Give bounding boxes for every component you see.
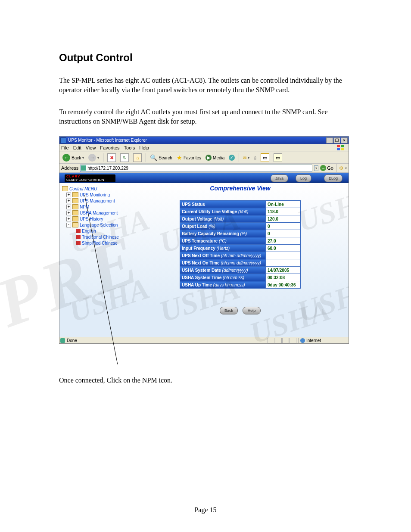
expand-icon[interactable]: - [66,223,71,227]
table-row: UPS Next Off Time (hh:mm dd/mm/yyyy) [180,252,301,259]
java-button[interactable]: Java [271,174,288,182]
table-key: USHA System Date (dd/mm/yyyy) [180,267,266,274]
expand-icon[interactable]: + [66,193,71,197]
table-key: UPS Next Off Time (hh:mm dd/mm/yyyy) [180,252,266,259]
folder-icon [72,198,78,203]
table-key: Current Utility Line Voltage (Volt) [180,208,266,215]
ie-icon [60,137,66,143]
help-pill-button[interactable]: Help [243,307,261,314]
tree-item-3[interactable]: +USHA Management [62,210,130,216]
menu-favorites[interactable]: Favorites [100,145,119,150]
edit-button[interactable]: ▭ [259,153,271,162]
intro-paragraph-1: The SP-MPL series has eight AC outlets (… [59,76,353,94]
table-key: Battery Capacity Remaining (%) [180,230,266,237]
links-button[interactable]: ⚙ [339,165,343,171]
status-table: UPS StatusOn-LineCurrent Utility Line Vo… [180,200,301,289]
tree-lang-1[interactable]: Traditional Chinese [62,234,130,240]
tree-item-5[interactable]: -Language Selection [62,222,130,228]
flag-icon [76,241,81,245]
expand-icon[interactable]: + [66,205,71,209]
tree-item-0[interactable]: +UPS Monitoring [62,192,130,198]
folder-icon [72,204,78,209]
brand-logo: CLARY CLARY CORPORATION [65,174,115,182]
print-button[interactable]: ⎙ [252,153,258,162]
folder-open-icon [62,186,68,191]
menu-help[interactable]: Help [139,145,149,150]
home-button[interactable]: ⌂ [132,153,143,162]
browser-screenshot: UPS Monitor - Microsoft Internet Explore… [59,136,349,344]
address-dropdown[interactable]: ▾ [314,165,318,171]
tree-item-2[interactable]: +NPM [62,204,130,210]
folder-icon [72,222,78,227]
status-zone: Internet [306,338,321,343]
tree-lang-0[interactable]: English [62,228,130,234]
table-value: 14/07/2005 [266,267,301,274]
tree-item-label: Language Selection [80,223,118,227]
go-button[interactable]: →Go [320,165,333,171]
table-row: USHA Up Time (days hh:mm:ss)0day 00:40:3… [180,281,301,289]
menu-bar: File Edit View Favorites Tools Help [59,144,349,152]
table-key: UPS Next On Time (hh:mm dd/mm/yyyy) [180,259,266,267]
favorites-button[interactable]: ★Favorites [175,153,202,162]
table-value: 00:32:08 [266,274,301,281]
tree-item-1[interactable]: +UPS Management [62,198,130,204]
window-title: UPS Monitor - Microsoft Internet Explore… [68,138,147,143]
table-row: Output Load (%)0 [180,223,301,230]
table-key: Output Voltage (Volt) [180,215,266,223]
minimize-button[interactable]: _ [326,137,333,143]
address-label: Address [61,165,78,171]
table-value: 120.0 [266,215,301,223]
globe-icon [300,338,305,343]
discuss-button[interactable]: ▭ [272,153,283,162]
table-value [266,259,301,267]
menu-file[interactable]: File [61,145,69,150]
intro-paragraph-2: To remotely control the eight AC outlets… [59,107,353,126]
table-value: 60.0 [266,245,301,252]
window-titlebar: UPS Monitor - Microsoft Internet Explore… [59,137,349,144]
table-key: USHA System Time (hh:mm:ss) [180,274,266,281]
elog-button[interactable]: ELog [324,174,342,182]
menu-edit[interactable]: Edit [73,145,81,150]
search-button[interactable]: 🔍Search [149,153,174,162]
tree-lang-2[interactable]: Simplified Chinese [62,240,130,246]
status-text: Done [67,338,77,343]
table-row: UPS StatusOn-Line [180,201,301,208]
done-icon [60,338,65,343]
tree-root[interactable]: Control MENU [62,186,130,192]
menu-view[interactable]: View [86,145,96,150]
tree-lang-label: English [82,229,96,233]
view-title: Comprehensive View [132,185,349,192]
history-button[interactable]: ✓ [227,153,236,162]
flag-icon [76,229,81,233]
close-button[interactable]: × [341,137,348,143]
table-key: USHA Up Time (days hh:mm:ss) [180,281,266,289]
back-pill-button[interactable]: Back [220,307,238,314]
expand-icon[interactable]: + [66,199,71,203]
menu-tools[interactable]: Tools [124,145,135,150]
tree-item-label: NPM [80,205,89,209]
table-value [266,252,301,259]
table-key: Output Load (%) [180,223,266,230]
maximize-button[interactable]: ❐ [333,137,340,143]
forward-button[interactable]: →▾ [87,153,100,162]
media-button[interactable]: ▶Media [204,153,226,162]
back-button[interactable]: ←Back▾ [61,153,85,162]
expand-icon[interactable]: + [66,211,71,215]
log-button[interactable]: Log [296,174,311,182]
expand-icon[interactable]: + [66,217,71,221]
table-value: 0 [266,230,301,237]
page-number: Page 15 [0,506,411,514]
tree-lang-label: Traditional Chinese [82,235,119,240]
tree-item-4[interactable]: +UPS History [62,216,130,222]
status-bar: Done Internet [59,337,349,343]
table-row: Output Voltage (Volt)120.0 [180,215,301,223]
table-value: 0 [266,223,301,230]
stop-button[interactable]: ✖ [106,153,117,162]
address-input[interactable] [80,165,312,172]
table-row: Battery Capacity Remaining (%)0 [180,230,301,237]
mail-button[interactable]: ✉▾ [242,153,251,162]
address-bar: Address ▾ →Go ⚙▾ [59,164,349,173]
windows-logo-icon [336,145,344,151]
refresh-button[interactable]: ↻ [119,153,130,162]
table-row: UPS Temperature (°C)27.0 [180,237,301,245]
